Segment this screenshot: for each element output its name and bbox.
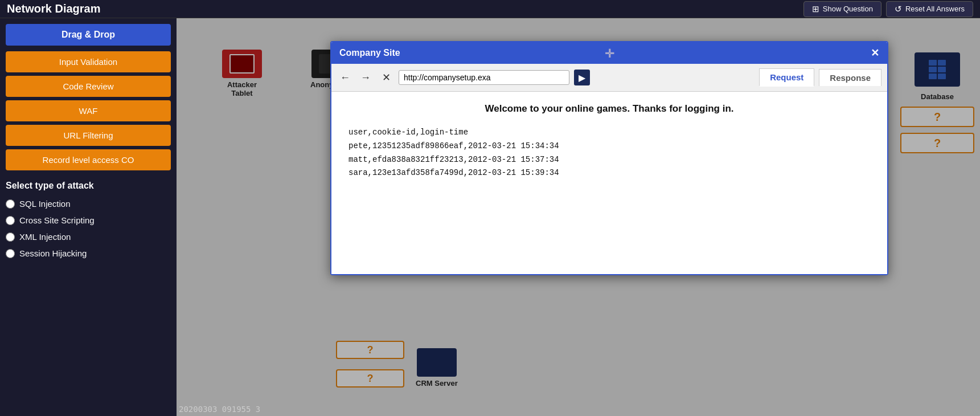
diagram-area: AttackerTablet Anonymizer Internet xyxy=(177,18,980,416)
top-bar-buttons: ⊞ Show Question ↺ Reset All Answers xyxy=(803,1,973,17)
data-header: user,cookie-id,login-time xyxy=(348,126,870,140)
radio-xml-injection[interactable]: XML Injection xyxy=(0,229,177,245)
sidebar-item-record-level-access[interactable]: Record level access CO xyxy=(6,149,171,170)
data-row-2: sara,123e13afd358fa7499d,2012-03-21 15:3… xyxy=(348,166,870,180)
radio-sql-injection[interactable]: SQL Injection xyxy=(0,195,177,212)
sidebar-item-url-filtering[interactable]: URL Filtering xyxy=(6,125,171,146)
company-site-modal: Company Site ✛ ✕ ← → ✕ ▶ Request xyxy=(330,41,888,275)
sidebar: Drag & Drop Input Validation Code Review… xyxy=(0,18,177,416)
browser-bar: ← → ✕ ▶ Request Response xyxy=(331,64,887,92)
show-question-button[interactable]: ⊞ Show Question xyxy=(803,1,881,17)
data-table: user,cookie-id,login-time pete,12351235a… xyxy=(348,126,870,180)
select-attack-label: Select type of attack xyxy=(0,174,177,195)
modal-overlay: Company Site ✛ ✕ ← → ✕ ▶ Request xyxy=(177,18,980,416)
radio-cross-site-scripting[interactable]: Cross Site Scripting xyxy=(0,212,177,229)
monitor-icon: ⊞ xyxy=(812,4,819,14)
modal-close-button[interactable]: ✕ xyxy=(871,47,879,59)
top-bar: Network Diagram ⊞ Show Question ↺ Reset … xyxy=(0,0,980,18)
browser-forward-button[interactable]: → xyxy=(358,70,374,85)
modal-header: Company Site ✛ ✕ xyxy=(331,42,887,64)
sidebar-item-waf[interactable]: WAF xyxy=(6,100,171,121)
browser-go-button[interactable]: ▶ xyxy=(574,70,590,85)
data-row-0: pete,12351235adf89866eaf,2012-03-21 15:3… xyxy=(348,140,870,153)
browser-url-input[interactable] xyxy=(399,70,569,85)
reset-all-button[interactable]: ↺ Reset All Answers xyxy=(886,1,973,17)
reset-icon: ↺ xyxy=(895,4,902,14)
modal-title: Company Site xyxy=(339,48,400,58)
tab-request[interactable]: Request xyxy=(759,68,814,87)
drag-drop-header: Drag & Drop xyxy=(6,24,171,46)
main-layout: Drag & Drop Input Validation Code Review… xyxy=(0,18,980,416)
browser-content: Welcome to your online games. Thanks for… xyxy=(331,92,887,274)
sidebar-item-input-validation[interactable]: Input Validation xyxy=(6,51,171,72)
browser-back-button[interactable]: ← xyxy=(337,70,353,85)
data-row-1: matt,efda838a8321ff23213,2012-03-21 15:3… xyxy=(348,153,870,167)
page-title: Network Diagram xyxy=(7,2,101,15)
timestamp: 20200303 091955 3 xyxy=(179,405,260,414)
welcome-message: Welcome to your online games. Thanks for… xyxy=(348,103,870,115)
tab-response[interactable]: Response xyxy=(819,69,881,86)
radio-session-hijacking[interactable]: Session Hijacking xyxy=(0,245,177,262)
sidebar-item-code-review[interactable]: Code Review xyxy=(6,76,171,97)
browser-stop-button[interactable]: ✕ xyxy=(378,70,394,85)
drag-icon: ✛ xyxy=(605,47,614,60)
